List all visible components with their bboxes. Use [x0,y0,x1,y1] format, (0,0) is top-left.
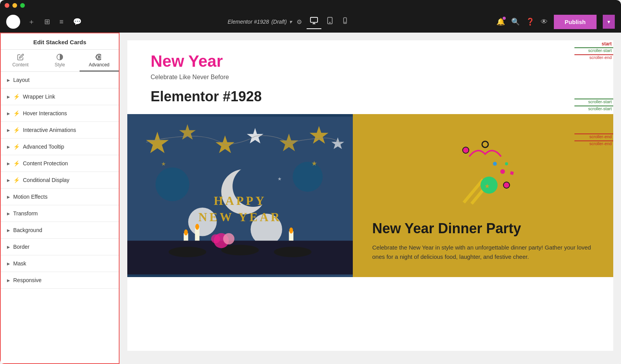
page-draft-label: (Draft) [271,19,287,25]
notifications-icon[interactable]: 🔔 [496,17,505,26]
chat-icon[interactable]: 💬 [71,16,83,28]
scroller-labels-bottom: scroller-end scroller-end [574,133,613,146]
section-mask: ▶ Mask [1,255,119,272]
mac-window: ＋ ⊞ ≡ 💬 Elementor #1928 (Draft) ▾ ⚙ [0,0,621,364]
section-layout-header[interactable]: ▶ Layout [1,72,119,88]
svg-text:✦: ✦ [503,141,509,150]
section-content-protection-header[interactable]: ▶ ⚡ Content Protection [1,155,119,172]
page-subtitle-text: Celebrate Like Never Before [151,74,590,81]
svg-text:✦: ✦ [508,160,513,167]
section-advanced-tooltip-header[interactable]: ▶ ⚡ Advanced Tooltip [1,139,119,155]
party-scene-svg: HAPPY NEW YEAR [127,114,353,277]
section-motion-effects-header[interactable]: ▶ Motion Effects [1,189,119,205]
section-mask-header[interactable]: ▶ Mask [1,255,119,272]
section-transform-header[interactable]: ▶ Transform [1,205,119,222]
publish-button[interactable]: Publish [554,15,597,29]
section-hover-interactions-header[interactable]: ▶ ⚡ Hover Interactions [1,105,119,121]
mobile-view-button[interactable] [338,16,352,28]
section-interactive-animations-header[interactable]: ▶ ⚡ Interactive Animations [1,122,119,138]
main-toolbar: ＋ ⊞ ≡ 💬 Elementor #1928 (Draft) ▾ ⚙ [0,11,621,33]
plugin-icon: ⚡ [13,110,20,116]
svg-point-36 [169,247,206,257]
section-border-header[interactable]: ▶ Border [1,239,119,255]
section-motion-effects-label: Motion Effects [13,194,47,200]
tab-style[interactable]: Style [40,50,79,71]
chevron-icon: ▶ [7,228,10,232]
tab-content[interactable]: Content [1,50,40,71]
section-wrapper-link-header[interactable]: ▶ ⚡ Wrapper Link [1,88,119,105]
section-background-header[interactable]: ▶ Background [1,222,119,238]
chevron-icon: ▶ [7,245,10,249]
chevron-icon: ▶ [7,278,10,283]
section-conditional-display: ▶ ⚡ Conditional Display [1,172,119,189]
page-main-title: New Year [151,52,590,71]
svg-point-50 [503,182,510,188]
svg-text:★: ★ [311,159,317,167]
svg-point-32 [289,227,293,233]
scroller-labels-mid: scroller-start scroller-start [574,99,613,111]
svg-rect-1 [14,19,16,20]
svg-text:NEW YEAR: NEW YEAR [198,210,281,224]
layers-icon[interactable]: ≡ [58,16,65,28]
chevron-icon: ▶ [7,195,10,199]
help-icon[interactable]: ❓ [526,17,534,26]
section-wrapper-link: ▶ ⚡ Wrapper Link [1,88,119,105]
page-title-display: Elementor #1928 (Draft) ▾ [228,19,292,25]
svg-rect-0 [10,19,12,25]
maximize-button[interactable] [20,3,25,8]
section-transform: ▶ Transform [1,205,119,222]
party-popper-container: ✦ ✦ ✦ [372,135,598,212]
section-background-label: Background [13,227,42,233]
section-transform-label: Transform [13,210,38,217]
tablet-view-button[interactable] [323,15,337,29]
publish-dropdown-button[interactable]: ▾ [603,15,615,29]
chevron-icon: ▶ [7,128,10,132]
svg-text:★: ★ [278,176,282,181]
svg-text:HAPPY: HAPPY [214,194,267,208]
tab-style-label: Style [55,62,65,68]
section-conditional-display-header[interactable]: ▶ ⚡ Conditional Display [1,172,119,188]
toolbar-center: Elementor #1928 (Draft) ▾ ⚙ [89,15,490,29]
chevron-icon: ▶ [7,262,10,266]
svg-text:★: ★ [484,183,490,189]
close-button[interactable] [5,3,9,8]
minimize-button[interactable] [12,3,17,8]
section-interactive-animations: ▶ ⚡ Interactive Animations [1,122,119,139]
scroller-start-label-3: scroller-start [574,106,613,111]
page-heading-text: Elementor #1928 [151,88,590,105]
search-icon[interactable]: 🔍 [511,17,520,26]
section-border-label: Border [13,244,29,250]
section-responsive-header[interactable]: ▶ Responsive [1,272,119,288]
svg-rect-60 [510,171,514,175]
svg-point-58 [505,162,508,165]
scroller-start-label-1: scroller-start [574,47,613,53]
section-advanced-tooltip: ▶ ⚡ Advanced Tooltip [1,139,119,155]
plugin-icon: ⚡ [13,160,20,166]
desktop-view-button[interactable] [307,15,321,29]
section-interactive-animations-label: Interactive Animations [23,127,76,133]
add-icon[interactable]: ＋ [26,16,36,28]
chevron-icon: ▶ [7,78,10,82]
section-content-protection-label: Content Protection [23,160,68,166]
section-motion-effects: ▶ Motion Effects [1,189,119,205]
card-image: HAPPY NEW YEAR [127,114,353,277]
chevron-icon: ▶ [7,161,10,166]
svg-point-37 [221,245,259,255]
card-section: HAPPY NEW YEAR [127,114,613,277]
preview-icon[interactable]: 👁 [541,18,548,26]
start-label: start [600,40,613,47]
chevron-icon: ▶ [7,145,10,149]
svg-point-56 [500,169,505,174]
page-content: New Year Celebrate Like Never Before scr… [127,40,613,105]
section-wrapper-link-label: Wrapper Link [23,94,55,100]
svg-point-57 [493,162,497,166]
tab-advanced[interactable]: Advanced [80,50,119,71]
main-layout: Edit Stacked Cards Content Style Advance… [0,33,621,364]
svg-point-40 [223,233,234,244]
elementor-logo[interactable] [6,15,20,29]
sliders-icon[interactable]: ⊞ [43,16,52,28]
section-conditional-display-label: Conditional Display [23,177,69,183]
scroller-labels-top: start scroller-start scroller-end [574,40,613,60]
mac-titlebar [0,0,621,11]
settings-icon[interactable]: ⚙ [297,18,302,26]
